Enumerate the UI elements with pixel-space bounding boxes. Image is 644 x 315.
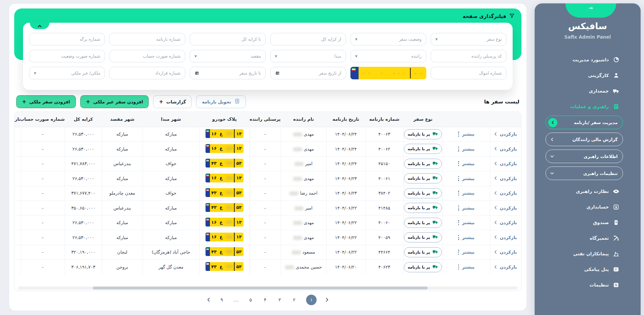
- pagination-page-۴[interactable]: ۴: [262, 297, 268, 302]
- pagination-page-۳[interactable]: ۳: [277, 297, 282, 302]
- filter-field-fare-to[interactable]: [190, 33, 265, 45]
- more-row-button[interactable]: بیشتر: [458, 205, 475, 211]
- origin-input[interactable]: [280, 54, 341, 59]
- open-row-button[interactable]: بازکردن: [494, 220, 517, 225]
- filter-field-invoice-number[interactable]: [109, 50, 185, 62]
- fare-from-input[interactable]: [275, 37, 341, 42]
- filter-field-trip-date-from[interactable]: [270, 67, 346, 79]
- filter-field-waybill-number[interactable]: [109, 33, 185, 45]
- trip-date-to-input[interactable]: [202, 71, 261, 76]
- submenu-item-operation-info[interactable]: اطلاعات راهبری: [545, 150, 623, 163]
- filter-field-destination[interactable]: ▼: [190, 50, 265, 62]
- more-row-button[interactable]: بیشتر: [458, 220, 475, 225]
- sheet-number-input[interactable]: [34, 37, 100, 42]
- sidebar-item-dashboard[interactable]: داشبورد مدیریت: [535, 52, 641, 67]
- sidebar-item-sms-panel[interactable]: پنل پیامکی: [535, 261, 641, 277]
- trips-table: نوع سفرشماره بارنامهتاریخ بارنامهنام ران…: [14, 112, 521, 274]
- driver-personnel-code-input[interactable]: [435, 54, 502, 59]
- contract-number-input[interactable]: [114, 71, 180, 76]
- more-row-button[interactable]: بیشتر: [458, 191, 475, 196]
- table-header-row: نوع سفرشماره بارنامهتاریخ بارنامهنام ران…: [14, 112, 521, 127]
- filter-field-trip-type[interactable]: ▼: [431, 33, 507, 45]
- add-non-owned-trip-button[interactable]: افزودن سفر غیر ملکی+: [80, 95, 149, 108]
- open-row-button[interactable]: بازکردن: [494, 176, 517, 181]
- open-row-button[interactable]: بازکردن: [494, 191, 517, 196]
- waybill-number-input[interactable]: [114, 37, 180, 42]
- open-row-button[interactable]: بازکردن: [494, 250, 517, 255]
- pagination-page-۲[interactable]: ۲: [292, 297, 297, 302]
- pagination-prev-arrow[interactable]: [326, 298, 328, 302]
- open-label: بازکردن: [500, 132, 517, 137]
- filter-field-contract-number[interactable]: [109, 67, 185, 79]
- owned-type-input[interactable]: [39, 71, 100, 76]
- more-row-button[interactable]: بیشتر: [458, 250, 475, 255]
- sidebar-item-fleet[interactable]: جمعداری: [535, 83, 641, 99]
- filter-collapse-notch[interactable]: [30, 23, 49, 29]
- waybill-number-cell: ۴۰۶۲۳: [365, 260, 403, 275]
- invoice-number-input[interactable]: [114, 54, 180, 59]
- button-label: افزودن سفر غیر ملکی: [93, 99, 143, 104]
- driver-name-cell: مهدی: [281, 215, 326, 230]
- more-row-button[interactable]: بیشتر: [458, 132, 475, 137]
- driver-input[interactable]: [360, 54, 422, 59]
- vehicle-plate: ۴۳ع۵۳: [206, 262, 243, 271]
- filter-field-origin[interactable]: ▼: [270, 50, 346, 62]
- more-row-button[interactable]: بیشتر: [458, 146, 475, 152]
- toolbar-buttons: تحویل بارنامهگزارشات+افزودن سفر غیر ملکی…: [16, 95, 246, 108]
- plate-filter-input[interactable]: – ––– – –– –: [350, 67, 426, 79]
- pagination-page-۵[interactable]: ۵: [248, 297, 253, 302]
- fare-to-input[interactable]: [194, 37, 261, 42]
- filter-field-fare-from[interactable]: [270, 33, 346, 45]
- filter-field-sheet-number[interactable]: [29, 33, 105, 45]
- list-icon: [234, 98, 240, 105]
- driver-personnel-cell: -: [250, 171, 281, 186]
- filter-field-driver-personnel-code[interactable]: [431, 50, 507, 62]
- open-row-button[interactable]: بازکردن: [494, 132, 517, 137]
- filter-field-trip-date-to[interactable]: [190, 67, 265, 79]
- sidebar-item-garage[interactable]: تعمیرگاه: [535, 230, 641, 246]
- filter-field-asset-number[interactable]: [431, 67, 507, 79]
- trip-type-input[interactable]: [441, 37, 502, 42]
- open-row-button[interactable]: بازکردن: [494, 235, 517, 240]
- destination-input[interactable]: [199, 54, 261, 59]
- iran-flag-icon: [206, 130, 209, 132]
- scrollbar-thumb[interactable]: [93, 287, 428, 290]
- chevron-left-icon: [494, 161, 497, 166]
- submenu-item-trip-waybill-management[interactable]: مدیریت سفر /بارنامه: [545, 116, 623, 129]
- filter-field-statement-number[interactable]: [29, 50, 105, 62]
- submenu-item-operation-settings[interactable]: تنظیمات راهبری: [545, 166, 623, 180]
- sidebar-item-oil-contractors[interactable]: پیمانکاران نفتی: [535, 246, 641, 261]
- statement-number-input[interactable]: [34, 54, 100, 59]
- redacted-surname: [293, 221, 302, 225]
- more-row-button[interactable]: بیشتر: [458, 176, 475, 181]
- sidebar-item-cashbox[interactable]: $صندوق: [535, 215, 641, 230]
- driver-personnel-cell: -: [250, 201, 281, 216]
- pagination-page-۹[interactable]: ۹: [219, 297, 224, 302]
- filter-field-trip-status[interactable]: ▼: [350, 33, 426, 45]
- submenu-item-drivers-financial-report[interactable]: گزارش مالی رانندگان: [545, 133, 623, 146]
- sidebar-item-settings[interactable]: تنظیمات: [535, 277, 641, 293]
- more-row-button[interactable]: بیشتر: [458, 235, 475, 240]
- reports-button[interactable]: گزارشات+: [153, 95, 192, 108]
- asset-number-input[interactable]: [435, 71, 502, 76]
- filter-field-driver[interactable]: ▼: [350, 50, 426, 62]
- open-row-button[interactable]: بازکردن: [494, 161, 517, 166]
- trip-status-input[interactable]: [360, 37, 422, 42]
- sidebar-item-monitoring[interactable]: نظارت راهبری: [535, 183, 641, 199]
- trip-date-from-input[interactable]: [283, 71, 341, 76]
- filter-field-owned-type[interactable]: ▼: [29, 67, 105, 79]
- sidebar-collapse-button[interactable]: →: [588, 5, 593, 11]
- add-owned-trip-button[interactable]: افزودن سفر ملکی+: [16, 95, 76, 108]
- sidebar-item-accounting[interactable]: $حسابداری: [535, 199, 641, 215]
- pagination-page-۱[interactable]: ۱: [306, 295, 317, 305]
- sidebar-item-operations[interactable]: راهبری و عملیات: [535, 99, 641, 114]
- open-row-button[interactable]: بازکردن: [494, 205, 517, 211]
- open-row-button[interactable]: بازکردن: [494, 264, 517, 270]
- more-row-button[interactable]: بیشتر: [458, 161, 475, 166]
- deliver-waybill-button[interactable]: تحویل بارنامه: [196, 95, 245, 108]
- pagination-next-arrow[interactable]: [207, 298, 210, 302]
- sidebar-item-hr[interactable]: کارگزینی: [535, 67, 641, 83]
- open-row-button[interactable]: بازکردن: [494, 146, 517, 152]
- sidebar-item-label: داشبورد مدیریت: [573, 57, 609, 62]
- more-row-button[interactable]: بیشتر: [458, 264, 475, 270]
